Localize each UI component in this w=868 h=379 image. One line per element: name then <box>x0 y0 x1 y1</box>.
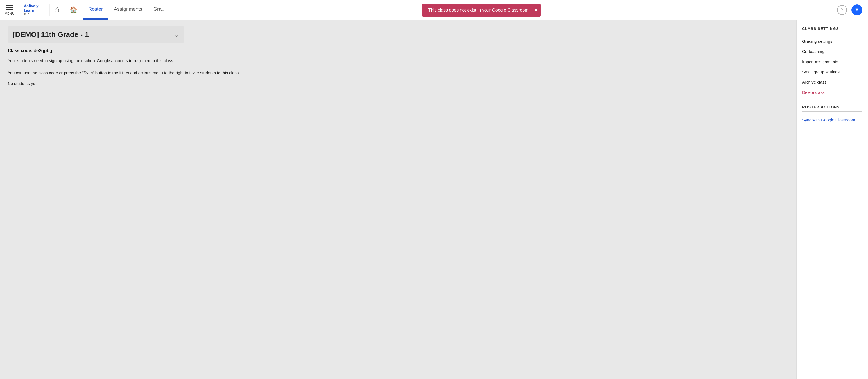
chevron-down-icon[interactable]: ⌄ <box>174 31 179 38</box>
tab-roster[interactable]: Roster <box>83 0 108 20</box>
class-header: [DEMO] 11th Grade - 1 ⌄ <box>8 27 184 43</box>
no-students-text: No students yet! <box>8 81 788 86</box>
menu-bar-2 <box>6 7 13 8</box>
grading-settings-link[interactable]: Grading settings <box>802 36 863 46</box>
tab-assignments[interactable]: Assignments <box>108 0 148 20</box>
class-desc-line1: Your students need to sign up using thei… <box>8 57 788 64</box>
menu-bar-3 <box>6 9 13 10</box>
class-title: [DEMO] 11th Grade - 1 <box>13 30 89 39</box>
logo-text: ActivelyLearn <box>24 4 45 13</box>
small-group-settings-link[interactable]: Small group settings <box>802 67 863 77</box>
co-teaching-link[interactable]: Co-teaching <box>802 46 863 57</box>
class-code: Class code: de2qpbg <box>8 48 788 53</box>
nav-right: ? ▼ <box>837 4 868 16</box>
class-settings-title: CLASS SETTINGS <box>802 27 863 33</box>
toast-close-button[interactable]: × <box>535 7 538 13</box>
menu-bar-1 <box>6 5 13 5</box>
avatar[interactable]: ▼ <box>851 4 863 16</box>
top-nav: MENU ActivelyLearn ELA ⎙ 🏠 Roster Assign… <box>0 0 868 20</box>
tab-grades[interactable]: Gra... <box>148 0 171 20</box>
folder-icon[interactable]: ⎙ <box>50 6 64 13</box>
toast-message: This class does not exist in your Google… <box>428 8 530 13</box>
class-desc-line2: You can use the class code or press the … <box>8 69 788 77</box>
sidebar: CLASS SETTINGS Grading settings Co-teach… <box>796 20 868 379</box>
building-icon[interactable]: 🏠 <box>64 6 83 13</box>
sync-google-classroom-link[interactable]: Sync with Google Classroom <box>802 115 863 125</box>
delete-class-link[interactable]: Delete class <box>802 87 863 97</box>
toast-notification: This class does not exist in your Google… <box>422 4 541 17</box>
logo-area[interactable]: ActivelyLearn ELA <box>19 4 50 16</box>
roster-actions-section: ROSTER ACTIONS Sync with Google Classroo… <box>802 105 863 125</box>
import-assignments-link[interactable]: Import assignments <box>802 57 863 67</box>
logo-sub: ELA <box>24 13 45 16</box>
main-layout: [DEMO] 11th Grade - 1 ⌄ Class code: de2q… <box>0 20 868 379</box>
menu-button[interactable]: MENU <box>0 5 19 15</box>
content-area: [DEMO] 11th Grade - 1 ⌄ Class code: de2q… <box>0 20 796 379</box>
archive-class-link[interactable]: Archive class <box>802 77 863 87</box>
help-icon[interactable]: ? <box>837 5 847 15</box>
menu-label: MENU <box>5 12 14 15</box>
roster-actions-title: ROSTER ACTIONS <box>802 105 863 112</box>
